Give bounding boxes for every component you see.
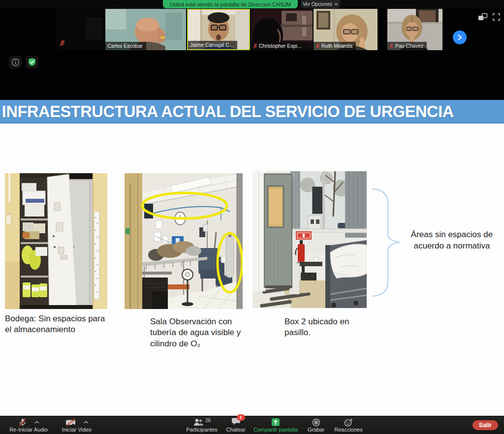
participants-button-label: Participantes (186, 427, 218, 433)
participant-name: Pao Chavez (395, 43, 423, 49)
participants-icon (193, 418, 204, 426)
slide-title: INFRAESTRUCTURA ACTUAL DEL SERVICIO DE U… (0, 100, 454, 123)
view-controls (478, 13, 500, 23)
participant-tile-christopher[interactable]: Christopher Espi... (251, 9, 313, 50)
chat-unread-badge: 2 (237, 414, 245, 421)
video-button-label: Iniciar Video (62, 427, 92, 433)
participant-tile-carlos-escobar[interactable]: Carlos Escobar (105, 9, 186, 50)
view-options-button[interactable]: Ver Opciones (301, 0, 340, 8)
fullscreen-icon[interactable] (493, 13, 500, 23)
record-button[interactable]: Grabar (302, 416, 330, 434)
view-options-label: Ver Opciones (303, 1, 332, 7)
participant-tile-ruth-miranda[interactable]: Ruth Miranda (314, 9, 378, 50)
share-screen-label: Compartir pantalla (253, 427, 298, 433)
chevron-right-icon (457, 34, 462, 40)
muted-mic-icon (60, 39, 65, 48)
screen-share-banner: Usted está viendo la pantalla de Direcci… (0, 0, 504, 8)
participant-name-tag: Jaime Carvajal C... (188, 41, 237, 49)
participant-name-tag: Pao Chavez (387, 42, 427, 50)
photo-box2-pasillo (252, 171, 367, 308)
encryption-shield-icon[interactable] (26, 56, 38, 68)
record-icon (312, 418, 320, 427)
participant-tile-dark[interactable] (57, 9, 104, 50)
participants-button[interactable]: 26 Participantes (178, 416, 225, 434)
participants-video-strip: Carlos Escobar Jaime Carvajal C... (0, 8, 504, 51)
brace-bracket (371, 188, 404, 297)
share-screen-button[interactable]: Compartir pantalla (249, 416, 302, 434)
photo-sala-observacion (125, 173, 243, 309)
meeting-info-icon[interactable] (9, 56, 22, 68)
photo-bodega (5, 173, 107, 309)
meeting-toolbar: Re-Iniciar Audio Iniciar Video 26 Partic… (0, 416, 504, 434)
screen-share-message-text: Usted está viendo la pantalla de Direcci… (170, 1, 291, 7)
caption-box2: Box 2 ubicado en pasillo. (284, 316, 363, 339)
participant-name: Carlos Escobar (107, 43, 143, 49)
video-options-caret-icon[interactable] (84, 421, 89, 424)
reactions-smiley-icon (344, 418, 353, 427)
participants-count: 26 (205, 418, 211, 423)
screen-share-message: Usted está viendo la pantalla de Direcci… (163, 0, 298, 8)
chat-button-label: Chatear (226, 427, 245, 433)
chevron-down-icon (334, 3, 338, 5)
audio-button-label: Re-Iniciar Audio (9, 427, 48, 433)
participant-name: Ruth Miranda (321, 43, 352, 49)
shared-screen-letterbox (0, 51, 504, 100)
caption-sala-observacion: Sala Observación con tubería de agua vis… (150, 316, 247, 349)
next-participants-button[interactable] (453, 31, 467, 44)
participant-name-tag: Carlos Escobar (105, 42, 146, 50)
meeting-info-group (9, 56, 38, 68)
participant-name: Christopher Espi... (259, 43, 301, 49)
chat-button[interactable]: 2 Chatear (220, 416, 251, 434)
audio-options-caret-icon[interactable] (34, 421, 39, 424)
start-video-button[interactable]: Iniciar Video (52, 416, 101, 434)
participant-tile-jaime-carvajal[interactable]: Jaime Carvajal C... (187, 9, 250, 50)
muted-mic-icon (389, 43, 394, 49)
slide-title-bar: INFRAESTRUCTURA ACTUAL DEL SERVICIO DE U… (0, 100, 504, 124)
camera-muted-icon (65, 419, 76, 426)
participant-tile-pao-chavez[interactable]: Pao Chavez (387, 9, 442, 50)
reactions-button-label: Reacciones (334, 427, 362, 433)
annotation-text: Áreas sin espacios de acuerdo a normativ… (407, 229, 497, 252)
gallery-view-icon[interactable] (478, 13, 488, 23)
reactions-button[interactable]: Reacciones (332, 416, 365, 434)
mic-muted-icon (18, 418, 27, 427)
leave-meeting-button[interactable]: Salir (472, 420, 498, 430)
caption-bodega: Bodega: Sin espacios para el almacenamie… (5, 313, 106, 336)
unmute-audio-button[interactable]: Re-Iniciar Audio (1, 416, 56, 434)
slide-content: Bodega: Sin espacios para el almacenamie… (0, 124, 504, 416)
participant-name-tag: Ruth Miranda (314, 42, 356, 50)
zoom-app-window: Usted está viendo la pantalla de Direcci… (0, 0, 504, 434)
participant-name: Jaime Carvajal C... (190, 42, 234, 48)
share-screen-icon (272, 418, 280, 426)
muted-mic-icon (253, 43, 257, 49)
participant-name-tag: Christopher Espi... (251, 42, 305, 50)
muted-mic-icon (315, 43, 320, 49)
record-button-label: Grabar (308, 427, 324, 433)
